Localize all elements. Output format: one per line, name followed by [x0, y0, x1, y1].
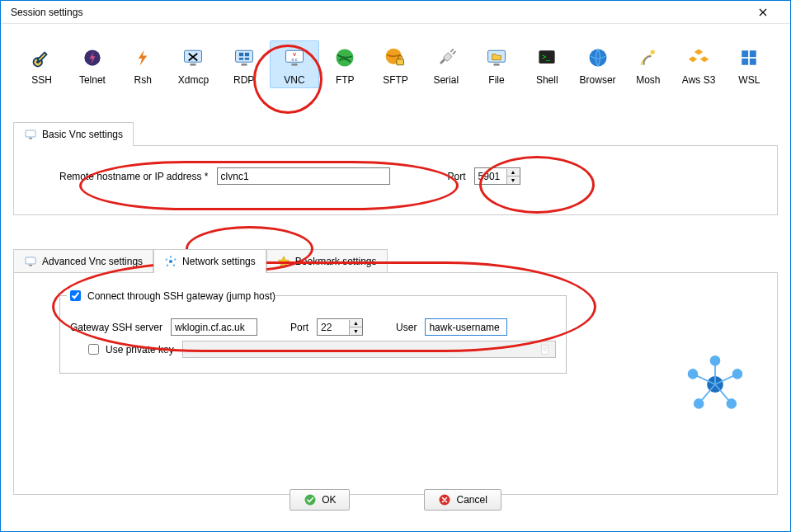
- monitor-windows-icon: [231, 45, 257, 71]
- svg-rect-27: [750, 50, 756, 57]
- session-type-browser[interactable]: Browser: [573, 40, 622, 88]
- gateway-checkbox-label[interactable]: Connect through SSH gateway (jump host): [67, 288, 275, 304]
- session-type-telnet[interactable]: Telnet: [68, 40, 116, 88]
- network-decorative-icon: [678, 347, 752, 424]
- svg-rect-40: [542, 345, 549, 354]
- private-key-label: Use private key: [106, 344, 174, 355]
- gateway-legend-text: Connect through SSH gateway (jump host): [87, 290, 275, 302]
- svg-rect-11: [245, 58, 249, 60]
- svg-point-25: [650, 49, 654, 54]
- svg-point-34: [169, 260, 172, 263]
- star-icon: [277, 255, 290, 268]
- monitor-vnc-icon: [24, 128, 37, 141]
- check-circle-icon: [304, 493, 317, 506]
- globe-icon: [332, 45, 358, 71]
- private-key-checkbox[interactable]: [88, 344, 99, 355]
- gateway-server-input[interactable]: [171, 318, 257, 336]
- gateway-user-label: User: [396, 322, 417, 333]
- session-type-label: RDP: [222, 74, 266, 86]
- tab-label: Network settings: [182, 256, 256, 267]
- cancel-button[interactable]: Cancel: [424, 489, 501, 511]
- session-type-label: VNC: [272, 74, 316, 86]
- port-spinner[interactable]: ▲ ▼: [474, 167, 520, 185]
- spin-down-icon[interactable]: ▼: [506, 177, 520, 184]
- advanced-tabs-area: Advanced Vnc settings Network settings B…: [13, 248, 778, 495]
- window-title: Session settings: [9, 7, 82, 18]
- port-input[interactable]: [475, 168, 506, 184]
- ok-button-label: OK: [322, 494, 336, 506]
- ssh-gateway-fieldset: Connect through SSH gateway (jump host) …: [59, 288, 567, 374]
- svg-point-24: [589, 49, 606, 67]
- spin-up-icon[interactable]: ▲: [506, 169, 520, 177]
- ok-button[interactable]: OK: [290, 489, 350, 511]
- session-type-xdmcp[interactable]: Xdmcp: [169, 40, 218, 88]
- session-type-label: Xdmcp: [172, 74, 215, 86]
- session-type-toolbar: SSH Telnet Rsh Xdmcp: [13, 40, 778, 97]
- private-key-checkbox-label[interactable]: Use private key: [85, 341, 174, 357]
- titlebar: Session settings: [1, 1, 790, 24]
- svg-point-35: [170, 256, 172, 257]
- svg-rect-18: [397, 59, 404, 65]
- svg-rect-26: [742, 50, 749, 57]
- session-type-label: WSL: [727, 74, 771, 86]
- monitor-vnc-icon: [24, 255, 37, 268]
- svg-point-39: [166, 258, 167, 260]
- session-type-file[interactable]: File: [472, 40, 520, 88]
- globe-lock-icon: [382, 45, 408, 71]
- tab-network-settings[interactable]: Network settings: [153, 249, 266, 273]
- tab-bookmark-settings[interactable]: Bookmark settings: [266, 249, 388, 273]
- hostname-input[interactable]: [217, 167, 390, 185]
- tab-basic-vnc[interactable]: Basic Vnc settings: [13, 122, 134, 146]
- svg-rect-8: [239, 53, 243, 56]
- session-type-ftp[interactable]: FTP: [321, 40, 370, 88]
- gateway-user-input[interactable]: [425, 318, 507, 336]
- session-type-rdp[interactable]: RDP: [219, 40, 268, 88]
- session-type-vnc[interactable]: Vn c VNC: [270, 40, 318, 88]
- network-tab-body: Connect through SSH gateway (jump host) …: [13, 272, 778, 495]
- tab-label: Advanced Vnc settings: [42, 256, 143, 267]
- svg-line-50: [699, 384, 715, 403]
- gateway-port-spinner[interactable]: ▲ ▼: [317, 318, 363, 336]
- session-type-shell[interactable]: >_ Shell: [523, 40, 572, 88]
- gateway-checkbox[interactable]: [70, 290, 81, 301]
- svg-point-38: [167, 265, 168, 266]
- svg-rect-31: [29, 138, 32, 139]
- svg-text:n c: n c: [291, 57, 297, 62]
- session-type-label: SSH: [20, 74, 64, 86]
- svg-rect-13: [291, 64, 297, 66]
- session-type-wsl[interactable]: WSL: [725, 40, 774, 88]
- monitor-folder-icon: [483, 45, 510, 71]
- session-type-rsh[interactable]: Rsh: [119, 40, 167, 88]
- session-type-label: Shell: [525, 74, 569, 86]
- svg-rect-6: [235, 50, 252, 62]
- session-type-serial[interactable]: Serial: [421, 40, 470, 88]
- svg-point-52: [305, 495, 316, 506]
- session-type-awss3[interactable]: Aws S3: [674, 40, 723, 88]
- satellite-icon: [635, 45, 662, 71]
- session-type-ssh[interactable]: SSH: [17, 40, 66, 88]
- session-type-label: FTP: [323, 74, 367, 86]
- tab-advanced-vnc[interactable]: Advanced Vnc settings: [13, 249, 153, 273]
- session-type-mosh[interactable]: Mosh: [624, 40, 672, 88]
- close-button[interactable]: [744, 1, 782, 24]
- spin-down-icon[interactable]: ▼: [349, 327, 362, 335]
- spin-up-icon[interactable]: ▲: [349, 320, 362, 327]
- svg-rect-28: [742, 59, 749, 65]
- lightning-icon: [129, 45, 156, 71]
- session-type-sftp[interactable]: SFTP: [371, 40, 420, 88]
- session-type-label: Telnet: [70, 74, 114, 86]
- svg-rect-21: [494, 64, 500, 66]
- private-key-path-input: [182, 341, 556, 358]
- gateway-server-label: Gateway SSH server: [70, 322, 162, 333]
- x-circle-icon: [438, 493, 451, 506]
- dialog-button-row: OK Cancel: [1, 489, 790, 511]
- session-type-label: Serial: [424, 74, 468, 86]
- session-type-label: File: [474, 74, 518, 86]
- plug-icon: [433, 45, 459, 71]
- globe-blue-icon: [585, 45, 611, 71]
- svg-text:>_: >_: [542, 53, 550, 61]
- basic-tab-body: Remote hostname or IP address * Port ▲ ▼: [13, 145, 778, 215]
- gateway-port-input[interactable]: [318, 319, 349, 335]
- svg-rect-9: [245, 53, 249, 56]
- cancel-button-label: Cancel: [456, 494, 487, 506]
